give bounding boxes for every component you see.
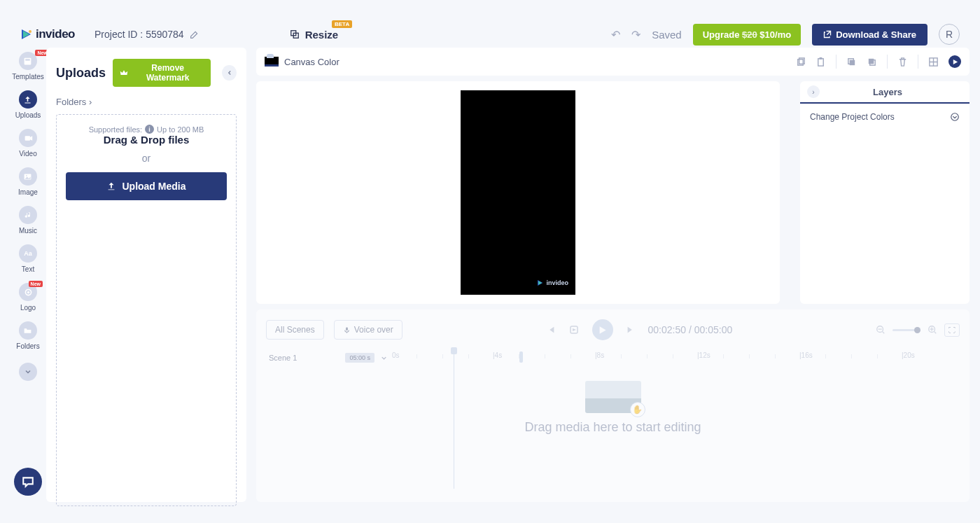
fit-screen-icon[interactable]: ⛶: [944, 323, 960, 337]
nav-image[interactable]: Image: [18, 167, 38, 196]
nav-music[interactable]: Music: [19, 206, 37, 235]
all-scenes-button[interactable]: All Scenes: [266, 320, 324, 340]
upload-dropzone[interactable]: Supported files: i Up to 200 MB Drag & D…: [56, 114, 237, 506]
svg-point-26: [951, 113, 959, 121]
change-project-colors-button[interactable]: Change Project Colors: [800, 104, 969, 130]
replay-icon[interactable]: [568, 324, 580, 335]
playhead[interactable]: [454, 349, 454, 489]
svg-rect-5: [24, 57, 31, 64]
zoom-in-icon[interactable]: [927, 325, 937, 335]
skip-start-icon[interactable]: [546, 325, 556, 335]
mic-icon: [343, 326, 351, 334]
drop-title: Drag & Drop files: [66, 134, 227, 146]
new-badge: New: [29, 281, 43, 287]
nav-rail: New Templates Uploads Video Image Music …: [10, 48, 46, 502]
nav-uploads[interactable]: Uploads: [15, 90, 41, 119]
templates-icon: [19, 52, 37, 70]
layers-panel: › Layers Change Project Colors: [800, 81, 969, 304]
svg-rect-17: [820, 57, 822, 59]
chat-support-button[interactable]: [14, 468, 42, 496]
svg-rect-20: [869, 58, 874, 64]
timeline-drop-text: Drag media here to start editing: [266, 420, 960, 435]
resize-button[interactable]: Resize BETA: [290, 29, 339, 41]
scene-duration: 05:00 s: [345, 353, 374, 363]
remove-watermark-button[interactable]: Remove Watermark: [113, 59, 211, 87]
duplicate-after-icon[interactable]: [867, 57, 877, 67]
copy-icon[interactable]: [795, 57, 806, 67]
uploads-title: Uploads: [56, 66, 106, 81]
brand-mark-icon: [20, 28, 33, 41]
svg-marker-23: [953, 59, 957, 64]
crown-icon: [120, 69, 128, 77]
resize-label: Resize: [305, 29, 339, 41]
svg-point-2: [29, 30, 31, 33]
project-id-label: Project ID : 5590784: [94, 29, 184, 40]
canvas-area: invideo: [256, 81, 780, 304]
layers-collapse-icon[interactable]: ›: [807, 85, 820, 98]
video-icon: [19, 129, 37, 147]
svg-rect-27: [346, 327, 348, 330]
folders-breadcrumb[interactable]: Folders ›: [56, 97, 237, 107]
canvas-color-button[interactable]: Canvas Color: [265, 57, 340, 67]
svg-rect-6: [26, 59, 31, 60]
paste-icon[interactable]: [816, 57, 826, 67]
upload-icon: [106, 181, 116, 191]
media-placeholder-icon: ✋: [585, 381, 641, 413]
zoom-slider[interactable]: [892, 329, 920, 331]
drop-or: or: [66, 153, 227, 164]
user-avatar[interactable]: R: [939, 24, 960, 45]
timeline-ruler[interactable]: 0s |4s |8s |12s |16s |20s: [391, 349, 960, 365]
skip-end-icon[interactable]: [626, 325, 636, 335]
scene-row-header[interactable]: Scene 1 05:00 s: [266, 349, 391, 367]
main-toolbar: Canvas Color: [256, 48, 969, 76]
saved-status: Saved: [652, 29, 682, 41]
nav-video[interactable]: Video: [19, 129, 37, 158]
svg-marker-29: [573, 328, 576, 331]
svg-point-10: [27, 175, 28, 176]
music-icon: [19, 206, 37, 224]
upload-media-button[interactable]: Upload Media: [66, 172, 227, 200]
info-icon[interactable]: i: [145, 125, 154, 134]
folders-icon: [19, 321, 37, 340]
watermark: invideo: [537, 279, 568, 286]
nav-logo[interactable]: New Logo: [19, 283, 37, 312]
svg-rect-7: [24, 136, 29, 141]
color-swatch-icon: [265, 57, 279, 67]
nav-text[interactable]: Aa Text: [19, 244, 37, 273]
edit-project-id-icon[interactable]: [190, 30, 199, 39]
download-share-button[interactable]: Download & Share: [812, 24, 927, 46]
duplicate-before-icon[interactable]: [846, 57, 857, 67]
timeline-dropzone[interactable]: ✋ Drag media here to start editing: [266, 381, 960, 435]
timeline-panel: All Scenes Voice over 00:02:50 / 00:05:0…: [256, 309, 969, 502]
svg-marker-30: [600, 326, 606, 333]
preview-play-button[interactable]: [948, 55, 961, 68]
nav-expand-icon[interactable]: [19, 363, 37, 381]
voice-over-button[interactable]: Voice over: [334, 320, 402, 340]
chevron-down-icon: [950, 112, 960, 122]
timecode: 00:02:50 / 00:05:00: [648, 324, 733, 335]
chevron-down-icon: [380, 354, 388, 362]
play-button[interactable]: [592, 319, 613, 340]
nav-folders[interactable]: Folders: [16, 321, 39, 350]
supported-files-label: Supported files: i Up to 200 MB: [89, 125, 204, 134]
layers-title: Layers: [825, 87, 950, 97]
upgrade-button[interactable]: Upgrade $20 $10/mo: [693, 24, 801, 46]
image-icon: [19, 167, 37, 186]
segment-end-handle[interactable]: [519, 351, 523, 363]
resize-icon: [290, 29, 300, 39]
brand-logo: invideo: [20, 27, 75, 41]
trash-icon[interactable]: [897, 57, 908, 67]
collapse-panel-icon[interactable]: [222, 65, 237, 81]
undo-icon[interactable]: ↶: [611, 28, 620, 41]
svg-rect-18: [850, 60, 855, 65]
beta-badge: BETA: [332, 20, 352, 28]
grid-icon[interactable]: [928, 57, 939, 67]
redo-icon[interactable]: ↷: [631, 28, 640, 41]
nav-templates[interactable]: New Templates: [12, 52, 44, 81]
uploads-panel: Uploads Remove Watermark Folders › Suppo…: [46, 48, 246, 502]
app-header: invideo Project ID : 5590784 Resize BETA…: [10, 21, 969, 48]
canvas-stage[interactable]: invideo: [461, 90, 575, 295]
svg-rect-16: [818, 58, 824, 65]
zoom-out-icon[interactable]: [876, 325, 886, 335]
share-icon: [823, 30, 832, 39]
